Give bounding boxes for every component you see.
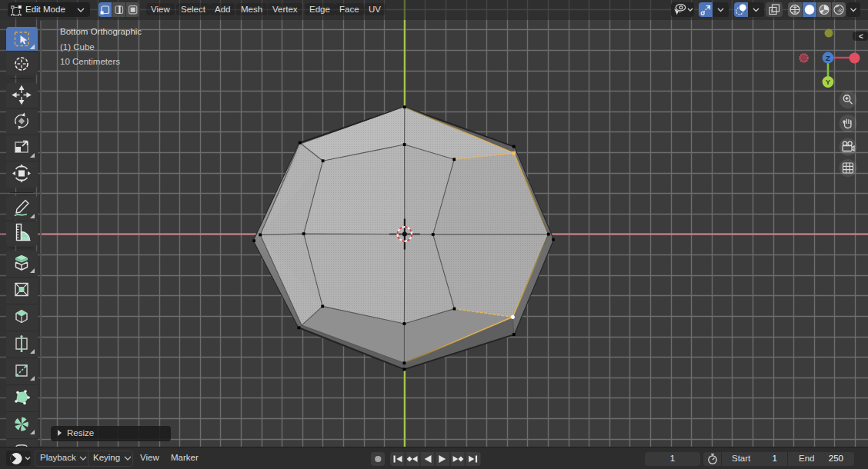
svg-text:<: <: [859, 32, 863, 41]
svg-text:Z: Z: [826, 54, 830, 62]
svg-text:Y: Y: [826, 78, 831, 86]
